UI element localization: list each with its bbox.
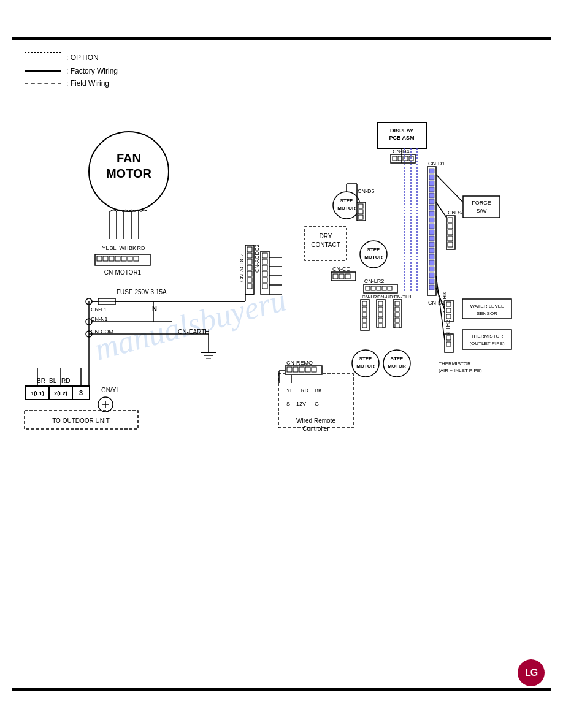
bottom-border	[12, 688, 551, 691]
svg-rect-133	[429, 211, 434, 216]
svg-rect-187	[378, 324, 383, 328]
svg-rect-20	[134, 256, 139, 261]
svg-text:PCB ASM: PCB ASM	[389, 135, 414, 141]
svg-rect-192	[395, 313, 399, 317]
svg-rect-190	[395, 301, 399, 306]
svg-text:FORCE: FORCE	[472, 200, 491, 206]
svg-text:BL: BL	[49, 377, 57, 384]
svg-text:N: N	[152, 305, 157, 313]
svg-text:FUSE 250V 3.15A: FUSE 250V 3.15A	[117, 289, 167, 295]
svg-rect-84	[262, 259, 267, 264]
svg-rect-114	[358, 215, 363, 219]
svg-line-223	[436, 202, 446, 218]
svg-rect-17	[115, 256, 120, 261]
svg-text:CN-D4: CN-D4	[393, 148, 410, 154]
svg-text:STEP: STEP	[367, 247, 381, 252]
svg-rect-169	[462, 330, 511, 349]
svg-rect-113	[358, 210, 363, 214]
svg-rect-137	[429, 236, 434, 241]
svg-rect-76	[247, 259, 252, 264]
svg-rect-104	[377, 286, 381, 290]
svg-rect-167	[446, 336, 451, 340]
svg-rect-130	[429, 193, 434, 198]
svg-text:BL: BL	[109, 245, 116, 251]
svg-text:12V: 12V	[296, 401, 306, 407]
svg-rect-151	[448, 230, 453, 235]
svg-rect-153	[448, 242, 453, 247]
svg-rect-103	[371, 286, 375, 290]
svg-text:YL: YL	[102, 245, 109, 251]
svg-rect-178	[362, 313, 367, 317]
svg-text:CN-D5: CN-D5	[358, 188, 375, 194]
svg-rect-120	[393, 156, 397, 161]
svg-rect-71	[312, 367, 316, 372]
svg-text:Controller: Controller	[302, 425, 329, 432]
svg-rect-122	[404, 156, 408, 161]
svg-rect-185	[378, 313, 383, 317]
svg-text:S/W: S/W	[477, 208, 488, 214]
svg-rect-140	[429, 254, 434, 259]
svg-rect-88	[262, 284, 267, 289]
svg-rect-127	[429, 175, 434, 180]
svg-rect-132	[429, 205, 434, 210]
svg-text:THERMISTOR: THERMISTOR	[471, 333, 504, 339]
svg-text:STEP: STEP	[340, 198, 354, 203]
svg-rect-74	[247, 247, 252, 252]
svg-rect-138	[429, 242, 434, 247]
svg-text:2(L2): 2(L2)	[54, 390, 67, 396]
svg-text:SENSOR: SENSOR	[477, 311, 497, 316]
svg-rect-131	[429, 199, 434, 204]
svg-text:CN-TH1: CN-TH1	[394, 294, 412, 300]
svg-rect-18	[121, 256, 126, 261]
svg-rect-144	[429, 279, 434, 284]
svg-rect-168	[446, 342, 451, 346]
svg-text:1(L1): 1(L1)	[31, 390, 44, 396]
svg-text:CN-REMO: CN-REMO	[286, 360, 313, 366]
svg-text:BK: BK	[129, 245, 136, 251]
svg-text:(AIR + INLET PIPE): (AIR + INLET PIPE)	[439, 368, 482, 373]
lg-logo: LG	[518, 659, 545, 686]
svg-rect-183	[378, 301, 383, 306]
svg-text:S: S	[286, 401, 290, 407]
svg-rect-68	[293, 367, 298, 372]
svg-rect-134	[429, 218, 434, 222]
svg-rect-141	[429, 260, 434, 265]
svg-rect-160	[446, 308, 451, 313]
svg-rect-139	[429, 248, 434, 253]
svg-rect-184	[378, 307, 383, 311]
svg-rect-80	[247, 284, 252, 289]
svg-text:(OUTLET PIPE): (OUTLET PIPE)	[469, 341, 505, 346]
svg-line-222	[436, 175, 463, 202]
svg-rect-136	[429, 230, 434, 235]
svg-text:CN-L1: CN-L1	[91, 306, 107, 313]
svg-rect-186	[378, 318, 383, 322]
svg-rect-106	[388, 286, 392, 290]
svg-rect-191	[395, 307, 399, 311]
svg-text:WH: WH	[120, 245, 129, 251]
svg-rect-180	[362, 324, 367, 328]
svg-rect-126	[429, 169, 434, 173]
svg-rect-150	[448, 224, 453, 229]
svg-rect-152	[448, 236, 453, 241]
svg-rect-179	[362, 318, 367, 322]
svg-rect-78	[247, 271, 252, 276]
svg-text:G: G	[315, 401, 319, 407]
svg-text:MOTOR: MOTOR	[337, 205, 356, 211]
wiring-diagram: FAN MOTOR YL BL WH BK RD CN-MOTOR1 FUSE …	[0, 0, 563, 674]
svg-rect-128	[429, 181, 434, 186]
svg-rect-96	[345, 274, 350, 279]
svg-text:STEP: STEP	[359, 356, 373, 362]
svg-text:STEP: STEP	[391, 356, 404, 362]
svg-text:WATER LEVEL: WATER LEVEL	[470, 303, 504, 309]
svg-rect-145	[429, 285, 434, 290]
svg-rect-193	[395, 318, 399, 322]
svg-text:GN/YL: GN/YL	[101, 387, 120, 393]
svg-rect-161	[446, 314, 451, 319]
svg-rect-149	[448, 218, 453, 222]
svg-rect-112	[358, 204, 363, 208]
svg-rect-102	[366, 286, 370, 290]
svg-text:YL: YL	[286, 387, 293, 393]
svg-rect-79	[247, 278, 252, 282]
lg-text: LG	[525, 667, 537, 678]
svg-text:Wired Remote: Wired Remote	[296, 417, 335, 424]
